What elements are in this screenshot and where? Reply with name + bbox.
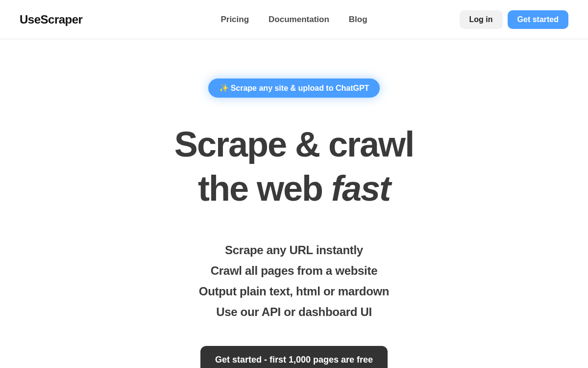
- logo[interactable]: UseScraper: [20, 13, 82, 26]
- main-nav: Pricing Documentation Blog: [220, 15, 367, 25]
- promo-pill[interactable]: ✨Scrape any site & upload to ChatGPT: [208, 79, 380, 98]
- headline-line2-italic: fast: [331, 169, 390, 208]
- feature-item: Output plain text, html or mardown: [0, 281, 588, 302]
- sparkle-icon: ✨: [219, 84, 229, 92]
- nav-blog[interactable]: Blog: [349, 15, 368, 25]
- nav-pricing[interactable]: Pricing: [220, 15, 249, 25]
- nav-documentation[interactable]: Documentation: [269, 15, 329, 25]
- header-actions: Log in Get started: [460, 10, 568, 29]
- feature-item: Scrape any URL instantly: [0, 240, 588, 261]
- headline-line1: Scrape & crawl: [174, 125, 414, 164]
- site-header: UseScraper Pricing Documentation Blog Lo…: [0, 0, 588, 39]
- promo-pill-text: Scrape any site & upload to ChatGPT: [231, 84, 369, 92]
- hero-headline: Scrape & crawl the web fast: [0, 122, 588, 210]
- feature-item: Crawl all pages from a website: [0, 261, 588, 281]
- cta-button[interactable]: Get started - first 1,000 pages are free: [200, 346, 388, 368]
- login-button[interactable]: Log in: [460, 10, 503, 29]
- feature-item: Use our API or dashboard UI: [0, 302, 588, 322]
- headline-line2-pre: the web: [198, 169, 331, 208]
- get-started-button[interactable]: Get started: [508, 10, 568, 29]
- hero-section: ✨Scrape any site & upload to ChatGPT Scr…: [0, 39, 588, 368]
- feature-list: Scrape any URL instantly Crawl all pages…: [0, 240, 588, 322]
